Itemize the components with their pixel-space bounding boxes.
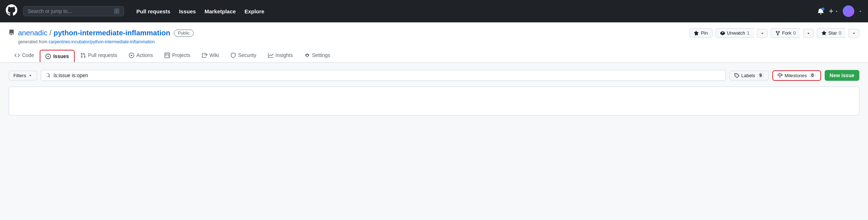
issues-container — [9, 87, 859, 115]
repo-title-row: anenadic / python-intermediate-inflammat… — [9, 28, 859, 38]
nav-explore[interactable]: Explore — [241, 6, 268, 17]
generated-from: generated from carpentries-incubator/pyt… — [9, 39, 859, 44]
repo-icon — [9, 30, 14, 37]
notification-dot — [821, 8, 824, 10]
tab-wiki[interactable]: Wiki — [196, 49, 225, 62]
global-search[interactable]: Search or jump to... / — [23, 6, 124, 16]
pin-button[interactable]: Pin — [689, 28, 713, 38]
github-logo-icon[interactable] — [6, 4, 17, 18]
milestones-button[interactable]: Milestones 0 — [772, 70, 821, 81]
tab-settings[interactable]: Settings — [299, 49, 336, 62]
top-nav-right — [817, 5, 862, 17]
repo-header: anenadic / python-intermediate-inflammat… — [0, 22, 868, 63]
tab-issues[interactable]: Issues — [40, 50, 75, 62]
milestones-count-badge: 0 — [809, 73, 816, 78]
star-button[interactable]: Star 0 — [817, 28, 846, 38]
fork-button[interactable]: Fork 0 — [771, 28, 800, 38]
notifications-button[interactable] — [817, 8, 824, 14]
main-content: Filters Labels 9 Milestones 0 — [0, 63, 868, 135]
labels-button[interactable]: Labels 9 — [729, 71, 769, 80]
search-text: Search or jump to... — [28, 8, 72, 14]
unwatch-dropdown-button[interactable] — [757, 29, 768, 38]
top-nav-links: Pull requests Issues Marketplace Explore — [133, 6, 268, 17]
fork-dropdown-button[interactable] — [803, 29, 814, 38]
search-input[interactable] — [53, 72, 721, 78]
user-menu-button[interactable] — [859, 9, 862, 13]
unwatch-button[interactable]: Unwatch 1 — [715, 28, 754, 38]
issues-toolbar: Filters Labels 9 Milestones 0 — [9, 70, 859, 81]
tab-actions[interactable]: Actions — [123, 49, 159, 62]
repo-name-link[interactable]: python-intermediate-inflammation — [54, 29, 170, 37]
tab-security[interactable]: Security — [225, 49, 262, 62]
generated-from-link[interactable]: carpentries-incubator/python-intermediat… — [49, 39, 155, 44]
labels-count-badge: 9 — [757, 73, 764, 78]
slash-shortcut: / — [114, 8, 119, 14]
nav-marketplace[interactable]: Marketplace — [201, 6, 240, 17]
new-issue-button[interactable]: New issue — [825, 70, 859, 81]
tab-insights[interactable]: Insights — [262, 49, 299, 62]
top-nav: Search or jump to... / Pull requests Iss… — [0, 0, 868, 22]
repo-owner-link[interactable]: anenadic — [18, 29, 47, 37]
tab-code[interactable]: Code — [9, 49, 40, 62]
nav-pull-requests[interactable]: Pull requests — [133, 6, 174, 17]
filters-button[interactable]: Filters — [9, 71, 37, 80]
repo-name: anenadic / python-intermediate-inflammat… — [18, 29, 170, 37]
nav-issues[interactable]: Issues — [175, 6, 200, 17]
user-avatar[interactable] — [843, 5, 854, 17]
tab-pull-requests[interactable]: Pull requests — [75, 49, 123, 62]
repo-actions: Pin Unwatch 1 Fork 0 — [689, 28, 859, 38]
repo-tabs: Code Issues Pull requests Actions — [9, 49, 859, 62]
star-dropdown-button[interactable] — [849, 29, 859, 38]
create-button[interactable] — [828, 8, 838, 14]
issues-search[interactable] — [41, 70, 725, 81]
visibility-badge: Public — [174, 30, 194, 37]
tab-projects[interactable]: Projects — [159, 49, 196, 62]
